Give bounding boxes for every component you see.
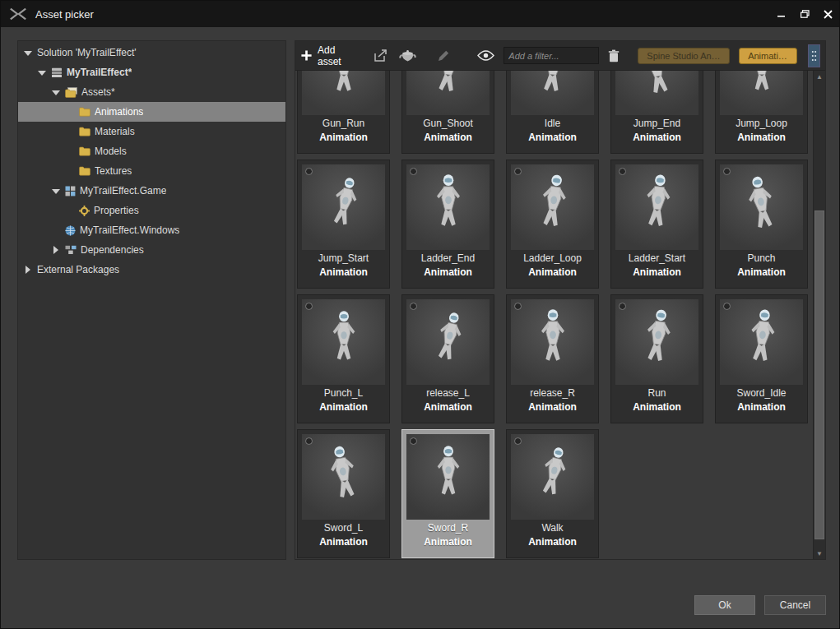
asset-card[interactable]: Ladder_Start Animation [610,160,703,289]
asset-name: Idle [507,117,598,130]
tree-item[interactable]: Assets* [18,82,285,102]
tree-item[interactable]: MyTrailEffect.Game [18,181,285,201]
asset-card[interactable]: Walk Animation [506,429,599,558]
more-options-button[interactable] [808,44,820,67]
asset-type-label: Animation [716,132,807,143]
asset-card[interactable]: Sword_Idle Animation [715,294,808,423]
filter-input[interactable] [504,47,599,64]
scroll-down-button[interactable]: ▼ [814,548,825,559]
tree-item[interactable]: Dependencies [18,240,285,260]
asset-card[interactable]: Gun_Shoot Animation [401,71,494,154]
asset-card[interactable]: Sword_R Animation [401,429,494,558]
asset-card[interactable]: Punch_L Animation [297,294,390,423]
edit-pencil-icon-button[interactable] [437,49,450,62]
asset-card[interactable]: Punch Animation [715,160,808,289]
cancel-button[interactable]: Cancel [764,595,826,615]
character-figure-icon [629,303,686,381]
tree-item-label: Assets* [81,86,115,98]
asset-name: Ladder_End [402,252,494,265]
asset-type-label: Animation [402,266,494,278]
asset-card[interactable]: release_R Animation [506,294,599,423]
asset-type-label: Animation [402,536,494,548]
tree-item-label: MyTrailEffect.Game [80,185,166,197]
window-title: Asset picker [35,8,94,21]
export-asset-button[interactable] [374,49,389,62]
asset-thumbnail [615,71,698,115]
asset-type-label: Animation [507,266,598,278]
asset-card[interactable]: Run Animation [610,294,703,423]
tree-item[interactable]: MyTrailEffect.Windows [18,220,285,240]
tree-item[interactable]: Textures [18,161,285,181]
thumbnail-status-dot [514,168,522,175]
asset-card[interactable]: release_L Animation [401,294,494,423]
asset-card[interactable]: Ladder_Loop Animation [506,160,599,289]
minimize-button[interactable] [770,1,793,27]
tree-item[interactable]: Properties [18,201,285,220]
tree-expander-icon[interactable] [65,206,75,215]
tree-expander-icon[interactable] [65,146,75,156]
thumbnail-status-dot [305,168,313,175]
filter-tag[interactable]: Spine Studio Ani... [638,48,730,64]
tree-expander-icon[interactable] [65,166,75,176]
add-asset-label: Add asset [318,44,361,67]
tree-item-label: Properties [94,205,139,216]
character-figure-icon [321,308,366,377]
windows-project-icon [65,225,76,236]
asset-name: Sword_Idle [716,386,807,400]
asset-thumbnail [720,164,803,250]
asset-type-label: Animation [298,536,389,548]
asset-type-label: Animation [716,266,807,278]
thumbnail-status-dot [305,303,313,310]
tree-item[interactable]: External Packages [18,260,285,280]
asset-card[interactable]: Jump_Start Animation [297,160,390,289]
thumbnail-status-dot [514,303,522,310]
character-figure-icon [523,440,581,515]
tree-expander-icon[interactable] [65,107,75,117]
tree-expander-icon[interactable] [23,265,33,275]
folder-icon [79,166,90,176]
trash-icon-button[interactable] [608,49,620,62]
asset-thumbnail [720,299,803,385]
asset-name: Punch_L [298,386,389,400]
scroll-up-button[interactable]: ▲ [814,71,825,82]
asset-thumbnail [406,164,490,250]
tree-item[interactable]: Materials [18,122,285,141]
asset-panel: Add asset [295,40,826,560]
tree-item[interactable]: MyTrailEffect* [18,62,285,82]
vertical-scrollbar[interactable]: ▲ ▼ [813,71,825,559]
thumbnail-status-dot [619,168,626,175]
asset-thumbnail [511,164,594,250]
tree-expander-icon[interactable] [51,186,61,196]
tree-expander-icon[interactable] [65,127,75,136]
ok-button[interactable]: Ok [694,595,755,615]
thumbnail-status-dot [410,168,417,175]
asset-card[interactable]: Idle Animation [506,71,599,154]
asset-card[interactable]: Jump_Loop Animation [715,71,808,154]
asset-card[interactable]: Jump_End Animation [610,71,703,154]
eye-visibility-button[interactable] [477,50,494,61]
add-asset-button[interactable]: Add asset [300,44,361,67]
tree-expander-icon[interactable] [51,245,61,255]
tree-expander-icon[interactable] [51,87,61,97]
tree-item[interactable]: Models [18,141,285,161]
tree-item-label: Textures [95,165,132,177]
teapot-icon-button[interactable] [398,49,418,62]
asset-card[interactable]: Gun_Run Animation [297,71,390,154]
game-project-icon [65,186,76,197]
filter-tag[interactable]: Animation [739,48,797,64]
assets-folder-icon [65,87,77,98]
scrollbar-thumb[interactable] [814,210,824,539]
asset-name: Punch [716,252,807,265]
tree-expander-icon[interactable] [37,67,47,77]
tree-item[interactable]: Animations [18,102,285,122]
asset-thumbnail [406,434,490,520]
close-button[interactable] [816,1,839,27]
tree-expander-icon[interactable] [23,48,33,58]
tree-expander-icon[interactable] [51,225,61,235]
character-figure-icon [732,169,791,249]
asset-card[interactable]: Sword_L Animation [297,429,390,558]
asset-card[interactable]: Ladder_End Animation [401,160,494,289]
maximize-button[interactable] [793,1,816,27]
thumbnail-status-dot [619,303,626,310]
tree-item[interactable]: Solution 'MyTrailEffect' [18,43,285,62]
